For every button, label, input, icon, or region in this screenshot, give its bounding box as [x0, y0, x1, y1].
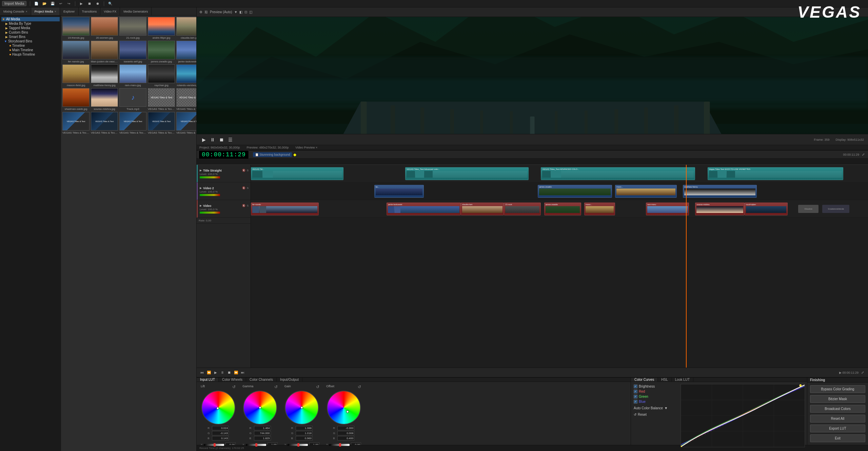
preview-icon-2[interactable]: ⊡ — [244, 10, 247, 14]
wheel-offset-reset[interactable]: ↺ — [358, 385, 361, 389]
maximize-icon[interactable]: ⤢ — [861, 152, 866, 157]
tree-item-media-by-type[interactable]: ▶ Media By Type — [1, 21, 60, 26]
media-item[interactable]: claudia-lam.jpg — [176, 17, 196, 39]
curves-tab-look-lut[interactable]: Look LUT — [672, 378, 693, 381]
clip[interactable]: ruud-luijten — [745, 202, 788, 215]
offset-y-slider[interactable] — [329, 444, 350, 446]
transport-icon-3[interactable]: ⏩ — [233, 370, 239, 375]
tree-item-all-media[interactable]: ▼ All Media — [1, 17, 60, 21]
wheel-lift-reset[interactable]: ↺ — [232, 385, 236, 389]
media-item[interactable]: 20-women.jpg — [91, 17, 118, 39]
save-icon[interactable]: 💾 — [50, 1, 55, 6]
tab-mixing-console[interactable]: Mixing Console × — [0, 7, 31, 15]
play-icon[interactable]: ▶ — [79, 1, 84, 6]
tab-project-media[interactable]: Project Media × — [31, 7, 60, 15]
lift-g-input[interactable] — [212, 431, 229, 435]
transport-play[interactable]: ▶ — [213, 370, 218, 375]
media-item[interactable]: VEGAS Titles & Text VEGAS Titles & Text … — [176, 88, 196, 111]
blue-checkbox[interactable]: ✓ — [634, 400, 637, 404]
offset-g-input[interactable] — [337, 431, 354, 435]
gain-r-input[interactable] — [296, 426, 313, 430]
transport-stop[interactable]: ⏹ — [226, 370, 232, 375]
track-mute-icon[interactable]: 🔇 — [242, 169, 245, 172]
color-tab-color-channels[interactable]: Color Channels — [246, 378, 277, 381]
redo-icon[interactable]: ↪ — [66, 1, 72, 6]
lift-r-input[interactable] — [212, 426, 229, 430]
clip[interactable]: VEGAS Titles_Text Advanced color... — [405, 167, 529, 180]
track-expand-icon-2[interactable]: ▶ — [200, 187, 202, 190]
clip[interactable]: maso... — [584, 202, 615, 215]
tree-item-main-timeline[interactable]: ■ Main Timeline — [1, 48, 60, 52]
media-item[interactable]: ram-maru.jpg — [119, 64, 146, 87]
media-item[interactable]: VEGAS Titles & Text VEGAS Titles & Text … — [91, 112, 118, 134]
new-icon[interactable]: 📄 — [34, 1, 39, 6]
open-icon[interactable]: 📂 — [42, 1, 47, 6]
green-checkbox[interactable]: ✓ — [634, 395, 637, 398]
track-solo-icon[interactable]: S — [247, 169, 249, 172]
tree-item-tagged-media[interactable]: ▶ Tagged Media — [1, 26, 60, 30]
auto-balance-dropdown[interactable]: ▼ — [664, 406, 668, 410]
transport-icon-1[interactable]: ⏮ — [199, 370, 205, 375]
export-lut-button[interactable]: Export LUT — [810, 425, 865, 432]
play-button[interactable]: ▶ — [201, 137, 207, 143]
transport-icon-2[interactable]: ⏪ — [206, 370, 212, 375]
clip[interactable]: iw... — [374, 185, 424, 198]
stop-icon[interactable]: ⏹ — [87, 1, 92, 6]
broadcast-colors-button[interactable]: Broadcast Colors — [810, 405, 865, 413]
tab-video-fx[interactable]: Video FX — [100, 7, 120, 15]
track-expand-icon-3[interactable]: ▶ — [200, 204, 202, 207]
media-item[interactable]: sourav-mishra.jpg — [91, 88, 118, 111]
bezier-mask-button[interactable]: Bézier Mask — [810, 395, 865, 403]
wheel-gamma-reset[interactable]: ↺ — [274, 385, 278, 389]
media-item[interactable]: andre-filipe.jpg — [148, 17, 175, 39]
media-item[interactable]: fer-nando.jpg — [62, 41, 90, 63]
media-item[interactable]: VEGAS Titles & Text VEGAS Titles & Text … — [148, 112, 175, 134]
media-item[interactable]: iswanto-arif.jpg — [119, 41, 146, 63]
settings-icon[interactable]: ⚙ — [199, 10, 202, 14]
tab-explorer[interactable]: Explorer — [60, 7, 79, 15]
track-mute-icon-2[interactable]: 🔇 — [242, 187, 245, 190]
preview-dropdown-icon[interactable]: ▼ — [234, 10, 238, 14]
curves-graph[interactable] — [680, 384, 805, 447]
clip[interactable]: 21-rock — [504, 202, 541, 215]
tree-item-timeline[interactable]: ■ Timeline — [1, 43, 60, 48]
curves-tab-hsl[interactable]: HSL — [658, 378, 671, 381]
pause-button[interactable]: ⏸ — [210, 137, 216, 143]
clip[interactable]: james-zwadio — [538, 185, 612, 198]
track-solo-icon-2[interactable]: S — [247, 187, 249, 190]
media-item[interactable]: VEGAS Titles & Text VEGAS Titles & Text … — [62, 112, 90, 134]
record-icon[interactable]: ⏺ — [95, 1, 100, 6]
preview-icon-1[interactable]: ◧ — [239, 10, 242, 14]
tab-media-generators[interactable]: Media Generators — [120, 7, 152, 15]
reset-all-button[interactable]: Reset All — [810, 415, 865, 423]
offset-r-input[interactable] — [337, 426, 354, 430]
color-wheel-lift[interactable] — [201, 391, 235, 425]
media-item[interactable]: lilian-justen-de-vasconcelos.jpg — [91, 41, 118, 63]
clip[interactable]: maso... — [615, 185, 677, 198]
media-item[interactable]: shadman-sakib.jpg — [62, 88, 90, 111]
media-item[interactable]: matthew-henry.jpg — [91, 64, 118, 87]
media-item[interactable]: VEGAS Titles & Text VEGAS Titles & Text … — [176, 112, 196, 134]
bypass-color-grading-button[interactable]: Bypass Color Grading — [810, 385, 865, 393]
transport-icon-4[interactable]: ⏭ — [240, 370, 245, 375]
color-wheel-gamma[interactable] — [243, 391, 277, 425]
media-item[interactable]: rolands-varsbergs.jpg — [176, 64, 196, 87]
lift-b-input[interactable] — [212, 436, 229, 440]
gain-b-input[interactable] — [296, 436, 313, 440]
track-mute-icon-3[interactable]: 🔇 — [242, 204, 245, 207]
gamma-b-input[interactable] — [254, 436, 271, 440]
tab-transitions[interactable]: Transitions — [79, 7, 101, 15]
media-item[interactable]: 19-friends.jpg — [62, 17, 90, 39]
tree-item-custom-bins[interactable]: ▶ Custom Bins — [1, 30, 60, 35]
tree-item-haupt-timeline[interactable]: ■ Haupt-Timeline — [1, 52, 60, 57]
clip[interactable]: claudia-lam — [461, 202, 504, 215]
media-item[interactable]: james-zwadlo.jpg — [148, 41, 175, 63]
tree-item-storyboard-bins[interactable]: ▼ Storyboard Bins — [1, 39, 60, 43]
media-item[interactable]: janke-laskowski.jpg — [176, 41, 196, 63]
clip[interactable]: VEGAS Titl... — [251, 167, 343, 180]
color-tab-color-wheels[interactable]: Color Wheels — [219, 378, 246, 381]
color-tab-input-lut[interactable]: Input LUT — [197, 378, 219, 381]
gamma-r-input[interactable] — [254, 426, 271, 430]
gamma-g-input[interactable] — [254, 431, 271, 435]
reset-button[interactable]: ↺ Reset — [634, 413, 676, 416]
